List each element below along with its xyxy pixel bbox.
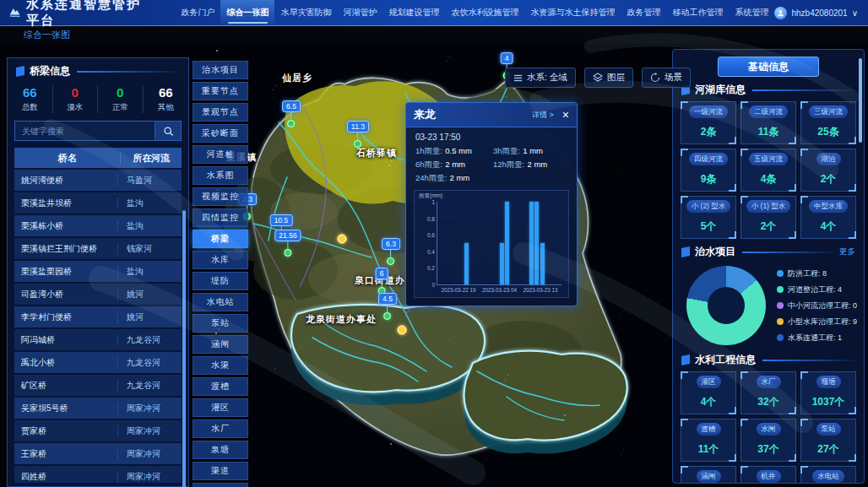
layer-menu-item-20[interactable]: 渠道 <box>193 462 248 480</box>
info-card[interactable]: 水电站3个 <box>800 466 856 484</box>
layer-menu-item-11[interactable]: 堤防 <box>193 272 248 290</box>
table-row[interactable]: 司盈湾小桥姚河 <box>14 284 182 305</box>
layer-menu-item-16[interactable]: 渡槽 <box>193 377 248 396</box>
nav-item-1[interactable]: 政务门户 <box>175 0 220 25</box>
layer-menu-item-18[interactable]: 水厂 <box>193 419 248 438</box>
river-name-cell: 钱家河 <box>117 243 182 255</box>
nav-item-3[interactable]: 水旱灾害防御 <box>274 0 337 25</box>
basic-info-button[interactable]: 基础信息 <box>718 57 819 77</box>
station-marker[interactable]: 6 <box>376 268 388 295</box>
user-menu[interactable]: hhzb42080201 ∨ <box>774 7 858 19</box>
legend-dot <box>777 302 784 309</box>
layers-icon <box>593 73 603 83</box>
table-row[interactable]: 四姓桥周家冲河 <box>14 466 182 483</box>
nav-item-6[interactable]: 农饮水利设施管理 <box>445 0 524 25</box>
layer-menu-item-6[interactable]: 水系图 <box>193 166 248 185</box>
info-card[interactable]: 中型水库4个 <box>800 196 856 239</box>
station-marker[interactable]: 4.5 <box>378 293 397 320</box>
table-row[interactable]: 栗溪栋小桥盐沟 <box>14 215 182 236</box>
layer-menu-item-15[interactable]: 水渠 <box>193 356 248 375</box>
star <box>391 160 393 162</box>
layer-menu-item-14[interactable]: 涵闸 <box>193 335 248 354</box>
table-row[interactable]: 吴家坝5号桥周家冲河 <box>14 398 182 419</box>
poi-marker-icon[interactable] <box>398 326 407 335</box>
table-row[interactable]: 栗溪盐栗园桥盐沟 <box>14 261 182 282</box>
info-card[interactable]: 小 (2) 型水5个 <box>681 196 736 239</box>
info-card[interactable]: 湖泊2个 <box>800 149 856 192</box>
info-card[interactable]: 涵闸47个 <box>681 466 736 484</box>
table-row[interactable]: 王家桥周家冲河 <box>14 443 182 464</box>
layer-menu-item-12[interactable]: 水电站 <box>193 293 248 311</box>
info-card-label: 小 (1) 型水 <box>746 200 791 213</box>
poi-marker-icon[interactable] <box>338 235 347 244</box>
table-row[interactable]: 矿区桥九龙谷河 <box>14 375 182 396</box>
table-row[interactable]: 栗溪盐井坝桥盐沟 <box>14 192 182 214</box>
table-row[interactable]: 禹北小桥九龙谷河 <box>14 352 182 373</box>
bridge-table-body[interactable]: 姚河湾便桥马盈河栗溪盐井坝桥盐沟栗溪栋小桥盐沟栗溪镇拦王荆门便桥钱家河栗溪盐栗园… <box>14 170 182 483</box>
layer-menu-item-1[interactable]: 治水项目 <box>193 61 248 79</box>
popup-detail-link[interactable]: 详情 > <box>532 110 554 121</box>
info-card[interactable]: 四级河流9条 <box>681 149 736 192</box>
info-card[interactable]: 机井66个 <box>741 466 796 484</box>
map-control-scene[interactable]: 场景 <box>642 68 691 88</box>
breadcrumb[interactable]: 综合一张图 <box>24 29 70 41</box>
layer-menu-item-17[interactable]: 灌区 <box>193 398 248 417</box>
right-panel-scrollbar[interactable] <box>859 58 862 143</box>
star <box>390 443 392 445</box>
search-button[interactable] <box>155 121 182 141</box>
info-card[interactable]: 水厂32个 <box>741 371 796 414</box>
close-icon[interactable]: × <box>562 109 569 121</box>
nav-item-9[interactable]: 移动工作管理 <box>666 0 729 25</box>
map-control-layers[interactable]: 图层 <box>584 68 633 88</box>
nav-item-5[interactable]: 规划建设管理 <box>382 0 445 25</box>
bridge-name-cell: 司盈湾小桥 <box>14 289 117 300</box>
info-card[interactable]: 水闸37个 <box>741 419 796 462</box>
info-card-value: 37个 <box>743 442 794 457</box>
table-row[interactable]: 贾家桥周家冲河 <box>14 420 182 441</box>
station-marker[interactable]: 6.3 <box>382 238 400 265</box>
layer-menu-item-7[interactable]: 视频监控 <box>193 187 248 206</box>
map-control-list[interactable]: 水系: 全域 <box>505 68 576 88</box>
info-card[interactable]: 灌区4个 <box>681 371 736 414</box>
layer-menu-item-5[interactable]: 河道桩 <box>193 145 248 164</box>
info-card[interactable]: 渡槽11个 <box>681 419 736 462</box>
left-table-scrollbar[interactable] <box>182 210 186 487</box>
town-label: 仙居乡 <box>282 72 312 84</box>
layer-menu-item-19[interactable]: 泉塘 <box>193 441 248 459</box>
table-row[interactable]: 栗溪镇拦王荆门便桥钱家河 <box>14 238 182 259</box>
nav-item-2[interactable]: 综合一张图 <box>220 0 274 25</box>
layer-menu-item-9[interactable]: 桥梁 <box>193 230 248 248</box>
table-row[interactable]: 姚河湾便桥马盈河 <box>14 170 182 191</box>
table-row[interactable]: 阿冯城桥九龙谷河 <box>14 329 182 350</box>
x-axis-tick: 2023-03-22 19 <box>442 287 476 293</box>
station-marker[interactable]: 21.56 <box>274 230 301 257</box>
info-card[interactable]: 一级河流2条 <box>681 101 736 144</box>
info-card[interactable]: 二级河流11条 <box>741 101 796 144</box>
layer-menu-item-13[interactable]: 泵站 <box>193 314 248 333</box>
layer-menu-item-3[interactable]: 景观节点 <box>193 103 248 122</box>
info-card[interactable]: 堰塘1037个 <box>800 371 856 414</box>
search-input[interactable] <box>14 121 155 141</box>
info-card[interactable]: 三级河流25条 <box>800 101 856 144</box>
layer-menu-item-2[interactable]: 重要节点 <box>193 82 248 100</box>
layer-menu-item-4[interactable]: 采砂断面 <box>193 124 248 143</box>
section-divider <box>742 252 834 253</box>
nav-item-10[interactable]: 系统管理 <box>729 0 774 25</box>
info-card[interactable]: 五级河流4条 <box>741 149 796 192</box>
layer-menu-item-8[interactable]: 四情监控 <box>193 208 248 227</box>
layer-menu-item-10[interactable]: 水库 <box>193 251 248 269</box>
layer-menu-item-21[interactable]: 机井 <box>193 483 248 487</box>
nav-item-8[interactable]: 政务管理 <box>621 0 666 25</box>
station-marker[interactable]: 6.5 <box>282 100 301 127</box>
river-name-cell: 周家冲河 <box>117 403 182 414</box>
bridge-stat: 0正常 <box>98 85 144 113</box>
info-card[interactable]: 小 (1) 型水2个 <box>741 196 796 239</box>
more-link[interactable]: 更多 <box>839 246 855 257</box>
rain-metric: 24h雨量:2 mm <box>415 173 490 184</box>
popup-titlebar: 来龙 详情 > × <box>406 103 577 127</box>
nav-item-7[interactable]: 水资源与水土保持管理 <box>524 0 621 25</box>
info-card[interactable]: 泵站27个 <box>800 419 856 462</box>
nav-item-4[interactable]: 河湖管护 <box>337 0 382 25</box>
table-row[interactable]: 李学村门便桥姚河 <box>14 306 182 327</box>
station-marker[interactable]: 11.3 <box>347 121 369 148</box>
